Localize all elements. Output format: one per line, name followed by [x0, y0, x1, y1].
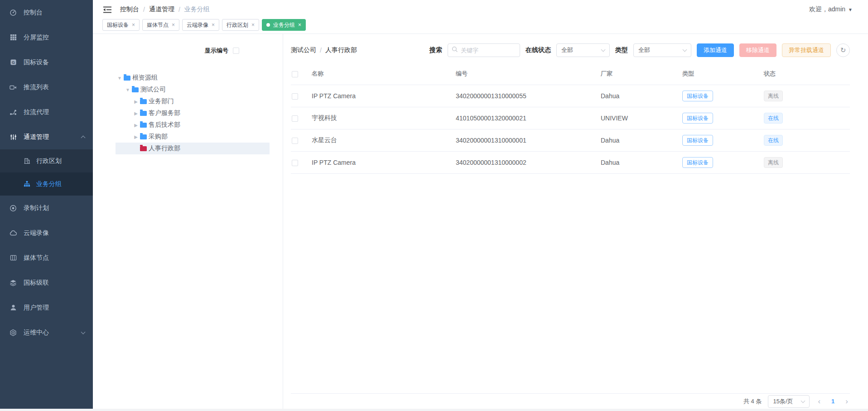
sidebar-item-record-plan[interactable]: 录制计划 [0, 196, 93, 220]
show-id-label: 显示编号 [205, 47, 228, 55]
folder-icon [132, 87, 139, 92]
abnormal-mount-channel-button[interactable]: 异常挂载通道 [782, 43, 831, 57]
channel-code: 34020000001310000001 [456, 129, 601, 151]
row-checkbox[interactable] [292, 160, 298, 166]
sidebar-item-media-node[interactable]: 媒体节点 [0, 245, 93, 270]
sidebar-item-label: 推流列表 [24, 83, 49, 91]
tab-label: 国标设备 [107, 21, 129, 29]
row-checkbox[interactable] [292, 93, 298, 100]
tree-node-company[interactable]: ▼ 测试公司 [116, 84, 270, 96]
online-status-label: 在线状态 [526, 46, 551, 54]
tab-label: 行政区划 [227, 21, 248, 29]
caret-collapsed-icon[interactable]: ▶ [132, 123, 140, 128]
tree-node-hr-admin[interactable]: 人事行政部 [116, 143, 270, 154]
close-icon[interactable]: × [212, 22, 215, 28]
close-icon[interactable]: × [172, 22, 175, 28]
status-badge-online: 在线 [764, 135, 783, 146]
tab-label: 媒体节点 [147, 21, 169, 29]
tab-business-group[interactable]: 业务分组 × [262, 19, 306, 31]
sidebar-item-label: 国标设备 [24, 58, 49, 67]
content-area: 显示编号 ▼ 根资源组 ▼ 测试公司 ▶ [93, 34, 868, 409]
welcome-text: 欢迎，admin [809, 5, 845, 14]
table-row[interactable]: IP PTZ Camera 34020000001310000002 Dahua… [291, 151, 850, 173]
show-id-checkbox[interactable] [233, 48, 239, 54]
channel-vendor: Dahua [601, 85, 682, 107]
page-size-value: 15条/页 [773, 397, 793, 406]
sidebar-item-gb-cascade[interactable]: 国标级联 [0, 270, 93, 295]
sidebar-item-pull-proxy[interactable]: 拉流代理 [0, 100, 93, 124]
row-checkbox[interactable] [292, 138, 298, 144]
caret-collapsed-icon[interactable]: ▶ [132, 111, 140, 116]
collapse-menu-icon[interactable] [103, 5, 112, 14]
tab-cloud-record[interactable]: 云端录像 × [182, 19, 219, 31]
caret-collapsed-icon[interactable]: ▶ [132, 134, 140, 139]
group-path: 测试公司 / 人事行政部 [291, 46, 357, 54]
channel-type-tag: 国标设备 [682, 113, 713, 124]
sidebar-item-split-screen[interactable]: 分屏监控 [0, 25, 93, 50]
dashboard-icon [9, 9, 17, 16]
chevron-down-icon [683, 48, 687, 52]
sidebar-item-label: 拉流代理 [24, 108, 49, 116]
search-input[interactable] [461, 47, 516, 54]
cloud-record-icon [9, 229, 17, 237]
online-status-select[interactable]: 全部 [556, 43, 610, 57]
breadcrumb-channel-mgmt[interactable]: 通道管理 [149, 5, 174, 14]
sidebar-item-push-stream[interactable]: 推流列表 [0, 75, 93, 100]
type-select[interactable]: 全部 [633, 43, 691, 57]
breadcrumb-console[interactable]: 控制台 [120, 5, 139, 14]
close-icon[interactable]: × [298, 22, 301, 28]
prev-page-button[interactable]: ‹ [816, 397, 822, 405]
tree-node-root[interactable]: ▼ 根资源组 [116, 72, 270, 84]
table-row[interactable]: 宇视科技 41010500001320000021 UNIVIEW 国标设备 在… [291, 107, 850, 129]
sidebar-item-console[interactable]: 控制台 [0, 0, 93, 25]
sidebar-item-gb-device[interactable]: G 国标设备 [0, 50, 93, 75]
business-group-icon [23, 181, 31, 188]
search-box [448, 43, 520, 57]
add-channel-button[interactable]: 添加通道 [697, 43, 734, 57]
tab-admin-division[interactable]: 行政区划 × [222, 19, 259, 31]
sidebar-item-channel-mgmt[interactable]: 通道管理 [0, 124, 93, 149]
tree-node-label: 业务部门 [149, 97, 174, 105]
table-row[interactable]: 水星云台 34020000001310000001 Dahua 国标设备 在线 [291, 129, 850, 151]
tree-node-label: 售后技术部 [149, 121, 180, 129]
row-checkbox[interactable] [292, 115, 298, 122]
sidebar-item-cloud-record[interactable]: 云端录像 [0, 220, 93, 245]
next-page-button[interactable]: › [844, 397, 850, 405]
tab-label: 业务分组 [273, 21, 295, 29]
caret-expanded-icon[interactable]: ▼ [116, 76, 124, 81]
type-label: 类型 [615, 46, 628, 54]
tree-node-aftersales[interactable]: ▶ 售后技术部 [116, 119, 270, 131]
tab-media-node[interactable]: 媒体节点 × [142, 19, 179, 31]
tree-node-customer-service[interactable]: ▶ 客户服务部 [116, 107, 270, 119]
sidebar-item-label: 国标级联 [24, 279, 49, 287]
close-icon[interactable]: × [251, 22, 255, 28]
tree-node-business-dept[interactable]: ▶ 业务部门 [116, 96, 270, 107]
sidebar-item-label: 录制计划 [24, 204, 49, 212]
select-all-checkbox[interactable] [292, 71, 298, 77]
sidebar-item-admin-division[interactable]: 行政区划 [0, 149, 93, 172]
folder-icon [140, 99, 147, 104]
breadcrumb-current: 业务分组 [184, 5, 210, 14]
table-row[interactable]: IP PTZ Camera 34020000001310000055 Dahua… [291, 85, 850, 107]
sidebar-item-business-group[interactable]: 业务分组 [0, 172, 93, 196]
sidebar-item-label: 通道管理 [24, 133, 49, 141]
channel-type-tag: 国标设备 [682, 91, 713, 101]
column-header-status: 状态 [764, 63, 850, 85]
sidebar-item-user-mgmt[interactable]: 用户管理 [0, 295, 93, 320]
folder-icon [140, 146, 147, 151]
close-icon[interactable]: × [132, 22, 135, 28]
chevron-down-icon [801, 398, 805, 403]
channel-name: IP PTZ Camera [312, 151, 456, 173]
media-node-icon [9, 254, 17, 262]
tab-gb-device[interactable]: 国标设备 × [102, 19, 140, 31]
remove-channel-button[interactable]: 移除通道 [739, 43, 776, 57]
sidebar-item-ops-center[interactable]: 运维中心 [0, 320, 93, 345]
refresh-button[interactable]: ↻ [836, 43, 850, 57]
caret-expanded-icon[interactable]: ▼ [124, 87, 132, 92]
caret-collapsed-icon[interactable]: ▶ [132, 99, 140, 104]
ops-center-icon [9, 329, 17, 336]
current-page-number[interactable]: 1 [829, 398, 837, 405]
tree-node-purchasing[interactable]: ▶ 采购部 [116, 131, 270, 143]
user-menu[interactable]: 欢迎，admin ▼ [809, 5, 853, 14]
page-size-select[interactable]: 15条/页 [768, 395, 810, 408]
